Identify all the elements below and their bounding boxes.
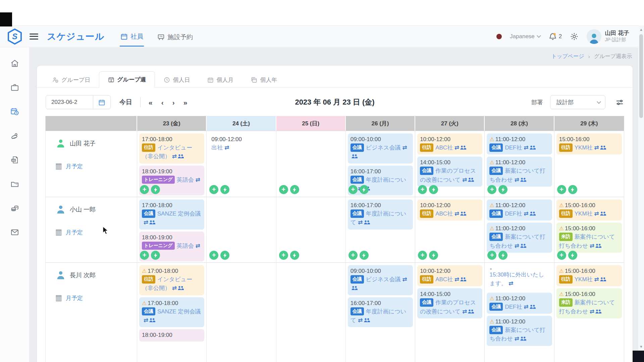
settings-button[interactable] xyxy=(570,32,579,41)
sidebar-item-mail[interactable] xyxy=(10,227,20,237)
event[interactable]: 10:00-12:00往訪ABC社⇄ xyxy=(417,133,482,155)
today-button[interactable]: 今日 xyxy=(119,98,132,107)
quick-add-button[interactable] xyxy=(220,251,229,260)
notifications-button[interactable]: 2 xyxy=(548,32,562,41)
add-event-button[interactable]: + xyxy=(487,185,496,194)
event[interactable]: ⚠11:00-12:00会議新案について打ち合わせ⇄ xyxy=(487,157,552,187)
sidebar-item-approval[interactable] xyxy=(10,131,20,141)
event-title-link[interactable]: ビジネス会議 xyxy=(366,144,401,151)
scroll-up-arrow[interactable]: ▲ xyxy=(638,27,644,32)
date-picker-button[interactable] xyxy=(93,95,111,109)
tab-personal-month[interactable]: 個人月 xyxy=(199,72,242,88)
event-title-link[interactable]: YKM社 xyxy=(575,144,593,151)
nav-employee-tab[interactable]: 社員 xyxy=(120,26,144,47)
quick-add-button[interactable] xyxy=(290,251,299,260)
scrollbar-thumb[interactable] xyxy=(639,34,643,118)
add-event-button[interactable]: + xyxy=(279,251,288,260)
quick-add-button[interactable] xyxy=(220,185,229,194)
tab-group-week[interactable]: グループ週 xyxy=(99,71,155,88)
quick-add-button[interactable] xyxy=(498,251,507,260)
filter-settings-button[interactable] xyxy=(615,98,624,107)
sidebar-item-workspace[interactable] xyxy=(10,82,20,93)
event-title-link[interactable]: 英語会 xyxy=(177,177,194,183)
quick-add-button[interactable] xyxy=(568,185,577,194)
event[interactable]: 16:00-17:00会議年度計画について⇄ xyxy=(348,297,413,327)
event[interactable]: 14:00-15:00会議作業のプロセスの改善について⇄ xyxy=(417,288,482,318)
nav-next-week-button[interactable]: › xyxy=(172,99,175,106)
vertical-scrollbar[interactable]: ▲ ▼ xyxy=(638,25,644,362)
event-title-link[interactable]: SANZE 定例会議 xyxy=(157,210,201,217)
date-input[interactable] xyxy=(46,95,93,109)
event-title-link[interactable]: 英語会 xyxy=(177,243,194,249)
sidebar-item-schedule[interactable] xyxy=(10,107,20,117)
event[interactable]: 17:00-18:00往訪インタビュー（非公開）⇄ xyxy=(139,133,204,164)
quick-add-button[interactable] xyxy=(360,185,369,194)
add-event-button[interactable]: + xyxy=(418,185,427,194)
event[interactable]: ⚠15:00-16:00往訪YKM社⇄ xyxy=(556,199,622,221)
sidebar-item-finance[interactable] xyxy=(10,203,20,213)
nav-facility-tab[interactable]: 施設予約 xyxy=(157,27,194,46)
event[interactable]: 15:30時に外出いたします。⇄ xyxy=(487,265,552,291)
quick-add-button[interactable] xyxy=(568,251,577,260)
event[interactable]: 09:00-10:00会議ビジネス会議⇄ xyxy=(348,265,413,295)
add-event-button[interactable]: + xyxy=(557,185,566,194)
event[interactable]: ⚠11:00-12:00会議新案について打ち合わせ⇄ xyxy=(487,316,552,346)
event[interactable]: 17:00-18:00会議SANZE 定例会議⇄ xyxy=(139,199,204,230)
month-schedule-link[interactable]: 月予定 xyxy=(56,229,133,236)
tab-group-day[interactable]: グループ日 xyxy=(44,72,99,88)
event[interactable]: 18:00-19:00 xyxy=(139,329,204,342)
event[interactable]: 10:00-12:00往訪ABC社⇄ xyxy=(417,199,482,221)
event-title-link[interactable]: ABC社 xyxy=(435,276,453,283)
event[interactable]: 10:00-12:00往訪ABC社⇄ xyxy=(417,265,482,286)
event[interactable]: 16:00-17:00会議年度計画について⇄ xyxy=(348,199,413,230)
event-title-link[interactable]: 15:30時に外出いたします。 xyxy=(489,272,544,287)
add-event-button[interactable]: + xyxy=(418,251,427,260)
add-event-button[interactable]: + xyxy=(140,185,149,194)
language-selector[interactable]: Japanese xyxy=(510,33,540,40)
nav-last-week-button[interactable]: » xyxy=(183,99,187,106)
event-title-link[interactable]: DEF社 xyxy=(505,210,522,217)
event[interactable]: ⚠11:00-12:00会議DEF社⇄ xyxy=(487,133,552,155)
quick-add-button[interactable] xyxy=(151,251,160,260)
event-title-link[interactable]: DEF社 xyxy=(505,304,522,310)
sidebar-item-pdf-reports[interactable]: PDF xyxy=(10,155,20,165)
tab-personal-year[interactable]: 個人年 xyxy=(242,72,286,88)
event[interactable]: 09:00-10:00会議ビジネス会議⇄ xyxy=(348,133,413,164)
month-schedule-link[interactable]: 月予定 xyxy=(56,163,133,170)
quick-add-button[interactable] xyxy=(429,185,438,194)
add-event-button[interactable]: + xyxy=(557,251,566,260)
quick-add-button[interactable] xyxy=(498,185,507,194)
add-event-button[interactable]: + xyxy=(487,251,496,260)
event[interactable]: ⚠11:00-12:00会議DEF社⇄ xyxy=(487,293,552,314)
sidebar-item-home[interactable] xyxy=(10,58,20,68)
breadcrumb-home-link[interactable]: トップページ xyxy=(551,53,584,60)
event-title-link[interactable]: SANZE 定例会議 xyxy=(157,308,201,315)
menu-toggle-icon[interactable] xyxy=(30,34,38,40)
event[interactable]: ⚠15:00-16:00来訪新案件について打ち合わせ⇄ xyxy=(556,288,622,318)
scroll-down-arrow[interactable]: ▼ xyxy=(638,345,644,349)
add-event-button[interactable]: + xyxy=(209,251,218,260)
event-title-link[interactable]: ビジネス会議 xyxy=(366,276,401,283)
month-schedule-link[interactable]: 月予定 xyxy=(56,294,133,302)
event-title-link[interactable]: DEF社 xyxy=(505,144,522,151)
event[interactable]: ⚠15:00-16:00往訪YKM社⇄ xyxy=(556,265,622,286)
quick-add-button[interactable] xyxy=(429,251,438,260)
tab-personal-day[interactable]: 個人日 xyxy=(155,72,199,88)
add-event-button[interactable]: + xyxy=(348,251,358,260)
nav-first-week-button[interactable]: « xyxy=(149,99,153,106)
event[interactable]: 15:00-16:00往訪YKM社⇄ xyxy=(556,133,622,155)
event-title-link[interactable]: 出社 xyxy=(211,144,223,151)
event[interactable]: 09:00-12:00出社⇄ xyxy=(209,133,274,155)
department-select[interactable]: 設計部 xyxy=(550,95,605,109)
event-title-link[interactable]: ABC社 xyxy=(435,210,453,217)
event[interactable]: ⚠15:00-16:00来訪新案件について打ち合わせ⇄ xyxy=(556,223,622,253)
event[interactable]: ⚠11:00-12:00会議DEF社⇄ xyxy=(487,199,552,221)
event[interactable]: ⚠17:00-18:00会議SANZE 定例会議⇄ xyxy=(139,297,204,327)
user-menu[interactable]: 山田 花子 JP-設計部 xyxy=(587,29,629,44)
add-event-button[interactable]: + xyxy=(279,185,288,194)
app-logo[interactable]: S xyxy=(0,28,30,45)
event-title-link[interactable]: YKM社 xyxy=(575,210,593,217)
event[interactable]: ⚠11:00-12:00会議新案について打ち合わせ⇄ xyxy=(487,223,552,253)
quick-add-button[interactable] xyxy=(360,251,369,260)
event[interactable]: 14:00-15:00会議作業のプロセスの改善について⇄ xyxy=(417,157,482,187)
